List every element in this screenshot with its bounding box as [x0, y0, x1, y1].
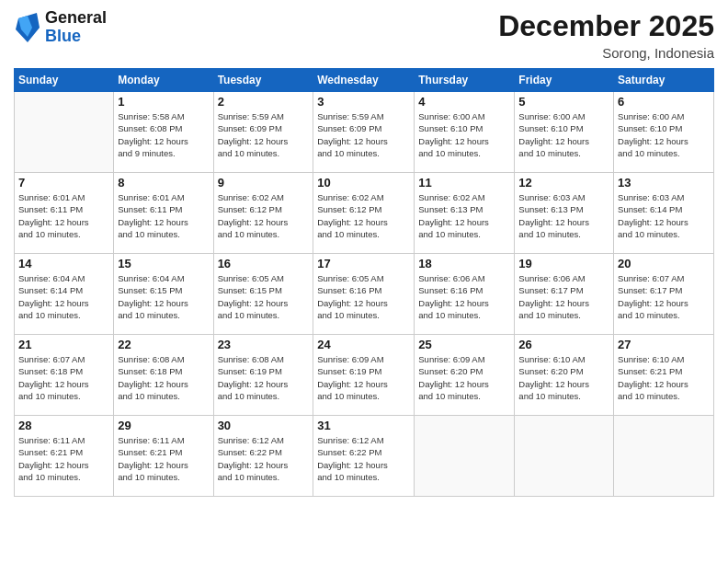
- table-row: 14Sunrise: 6:04 AMSunset: 6:14 PMDayligh…: [15, 254, 114, 335]
- logo-text: General Blue: [45, 9, 107, 46]
- table-row: 11Sunrise: 6:02 AMSunset: 6:13 PMDayligh…: [415, 173, 515, 254]
- day-number: 17: [317, 257, 410, 270]
- day-info: Sunrise: 6:01 AMSunset: 6:11 PMDaylight:…: [18, 191, 109, 240]
- day-number: 13: [618, 176, 710, 190]
- calendar-week-row: 28Sunrise: 6:11 AMSunset: 6:21 PMDayligh…: [15, 416, 714, 497]
- day-info: Sunrise: 6:10 AMSunset: 6:21 PMDaylight:…: [618, 353, 710, 402]
- calendar-week-row: 14Sunrise: 6:04 AMSunset: 6:14 PMDayligh…: [15, 254, 714, 335]
- day-info: Sunrise: 5:58 AMSunset: 6:08 PMDaylight:…: [118, 110, 209, 159]
- day-number: 10: [317, 176, 410, 190]
- day-number: 23: [218, 338, 310, 351]
- day-info: Sunrise: 6:06 AMSunset: 6:16 PMDaylight:…: [418, 272, 510, 321]
- day-info: Sunrise: 6:11 AMSunset: 6:21 PMDaylight:…: [118, 434, 209, 483]
- day-number: 28: [18, 419, 109, 432]
- day-number: 14: [18, 257, 109, 270]
- day-number: 31: [317, 419, 410, 432]
- day-info: Sunrise: 6:06 AMSunset: 6:17 PMDaylight:…: [518, 272, 609, 321]
- day-info: Sunrise: 6:08 AMSunset: 6:18 PMDaylight:…: [118, 353, 209, 402]
- day-number: 1: [118, 95, 209, 109]
- table-row: 20Sunrise: 6:07 AMSunset: 6:17 PMDayligh…: [614, 254, 714, 335]
- day-info: Sunrise: 6:00 AMSunset: 6:10 PMDaylight:…: [618, 110, 710, 159]
- table-row: 12Sunrise: 6:03 AMSunset: 6:13 PMDayligh…: [515, 173, 614, 254]
- day-info: Sunrise: 6:09 AMSunset: 6:19 PMDaylight:…: [317, 353, 410, 402]
- header-tuesday: Tuesday: [213, 69, 313, 92]
- table-row: 26Sunrise: 6:10 AMSunset: 6:20 PMDayligh…: [515, 335, 614, 416]
- day-info: Sunrise: 6:07 AMSunset: 6:17 PMDaylight:…: [618, 272, 710, 321]
- table-row: 4Sunrise: 6:00 AMSunset: 6:10 PMDaylight…: [415, 92, 515, 173]
- day-number: 5: [518, 95, 609, 109]
- day-number: 19: [518, 257, 609, 270]
- header-thursday: Thursday: [415, 69, 515, 92]
- month-title: December 2025: [498, 9, 714, 43]
- table-row: 15Sunrise: 6:04 AMSunset: 6:15 PMDayligh…: [114, 254, 213, 335]
- day-number: 25: [418, 338, 510, 351]
- table-row: 1Sunrise: 5:58 AMSunset: 6:08 PMDaylight…: [114, 92, 213, 173]
- calendar-header: Sunday Monday Tuesday Wednesday Thursday…: [15, 69, 714, 92]
- day-info: Sunrise: 6:12 AMSunset: 6:22 PMDaylight:…: [218, 434, 310, 483]
- table-row: 31Sunrise: 6:12 AMSunset: 6:22 PMDayligh…: [313, 416, 415, 497]
- table-row: 23Sunrise: 6:08 AMSunset: 6:19 PMDayligh…: [213, 335, 313, 416]
- calendar-week-row: 7Sunrise: 6:01 AMSunset: 6:11 PMDaylight…: [15, 173, 714, 254]
- day-info: Sunrise: 6:12 AMSunset: 6:22 PMDaylight:…: [317, 434, 410, 483]
- table-row: 7Sunrise: 6:01 AMSunset: 6:11 PMDaylight…: [15, 173, 114, 254]
- day-number: 26: [518, 338, 609, 351]
- logo-icon: [14, 11, 41, 44]
- table-row: 10Sunrise: 6:02 AMSunset: 6:12 PMDayligh…: [313, 173, 415, 254]
- day-info: Sunrise: 6:02 AMSunset: 6:12 PMDaylight:…: [317, 191, 410, 240]
- day-info: Sunrise: 6:04 AMSunset: 6:15 PMDaylight:…: [118, 272, 209, 321]
- day-number: 3: [317, 95, 410, 109]
- table-row: [415, 416, 515, 497]
- day-info: Sunrise: 5:59 AMSunset: 6:09 PMDaylight:…: [218, 110, 310, 159]
- day-number: 21: [18, 338, 109, 351]
- table-row: [15, 92, 114, 173]
- day-info: Sunrise: 6:05 AMSunset: 6:15 PMDaylight:…: [218, 272, 310, 321]
- day-info: Sunrise: 6:07 AMSunset: 6:18 PMDaylight:…: [18, 353, 109, 402]
- table-row: 25Sunrise: 6:09 AMSunset: 6:20 PMDayligh…: [415, 335, 515, 416]
- day-number: 9: [218, 176, 310, 190]
- header-sunday: Sunday: [15, 69, 114, 92]
- day-number: 29: [118, 419, 209, 432]
- logo: General Blue: [14, 9, 107, 46]
- table-row: 13Sunrise: 6:03 AMSunset: 6:14 PMDayligh…: [614, 173, 714, 254]
- day-info: Sunrise: 6:09 AMSunset: 6:20 PMDaylight:…: [418, 353, 510, 402]
- day-number: 16: [218, 257, 310, 270]
- calendar-week-row: 1Sunrise: 5:58 AMSunset: 6:08 PMDaylight…: [15, 92, 714, 173]
- title-block: December 2025 Sorong, Indonesia: [498, 9, 714, 61]
- calendar-body: 1Sunrise: 5:58 AMSunset: 6:08 PMDaylight…: [15, 92, 714, 497]
- day-info: Sunrise: 6:03 AMSunset: 6:14 PMDaylight:…: [618, 191, 710, 240]
- table-row: 29Sunrise: 6:11 AMSunset: 6:21 PMDayligh…: [114, 416, 213, 497]
- day-info: Sunrise: 6:03 AMSunset: 6:13 PMDaylight:…: [518, 191, 609, 240]
- table-row: 16Sunrise: 6:05 AMSunset: 6:15 PMDayligh…: [213, 254, 313, 335]
- day-number: 2: [218, 95, 310, 109]
- day-info: Sunrise: 6:05 AMSunset: 6:16 PMDaylight:…: [317, 272, 410, 321]
- day-number: 15: [118, 257, 209, 270]
- table-row: 8Sunrise: 6:01 AMSunset: 6:11 PMDaylight…: [114, 173, 213, 254]
- day-info: Sunrise: 5:59 AMSunset: 6:09 PMDaylight:…: [317, 110, 410, 159]
- day-number: 24: [317, 338, 410, 351]
- table-row: 27Sunrise: 6:10 AMSunset: 6:21 PMDayligh…: [614, 335, 714, 416]
- day-info: Sunrise: 6:00 AMSunset: 6:10 PMDaylight:…: [518, 110, 609, 159]
- table-row: 28Sunrise: 6:11 AMSunset: 6:21 PMDayligh…: [15, 416, 114, 497]
- table-row: 18Sunrise: 6:06 AMSunset: 6:16 PMDayligh…: [415, 254, 515, 335]
- table-row: 3Sunrise: 5:59 AMSunset: 6:09 PMDaylight…: [313, 92, 415, 173]
- table-row: 22Sunrise: 6:08 AMSunset: 6:18 PMDayligh…: [114, 335, 213, 416]
- table-row: [515, 416, 614, 497]
- day-info: Sunrise: 6:01 AMSunset: 6:11 PMDaylight:…: [118, 191, 209, 240]
- header-friday: Friday: [515, 69, 614, 92]
- day-number: 8: [118, 176, 209, 190]
- logo-blue: Blue: [45, 28, 107, 46]
- header-monday: Monday: [114, 69, 213, 92]
- logo-general: General: [45, 9, 107, 28]
- day-number: 27: [618, 338, 710, 351]
- day-info: Sunrise: 6:08 AMSunset: 6:19 PMDaylight:…: [218, 353, 310, 402]
- weekday-header-row: Sunday Monday Tuesday Wednesday Thursday…: [15, 69, 714, 92]
- day-number: 7: [18, 176, 109, 190]
- table-row: 17Sunrise: 6:05 AMSunset: 6:16 PMDayligh…: [313, 254, 415, 335]
- day-number: 18: [418, 257, 510, 270]
- day-number: 6: [618, 95, 710, 109]
- day-info: Sunrise: 6:10 AMSunset: 6:20 PMDaylight:…: [518, 353, 609, 402]
- page: General Blue December 2025 Sorong, Indon…: [0, 0, 728, 563]
- day-info: Sunrise: 6:04 AMSunset: 6:14 PMDaylight:…: [18, 272, 109, 321]
- day-number: 30: [218, 419, 310, 432]
- calendar-table: Sunday Monday Tuesday Wednesday Thursday…: [14, 68, 714, 497]
